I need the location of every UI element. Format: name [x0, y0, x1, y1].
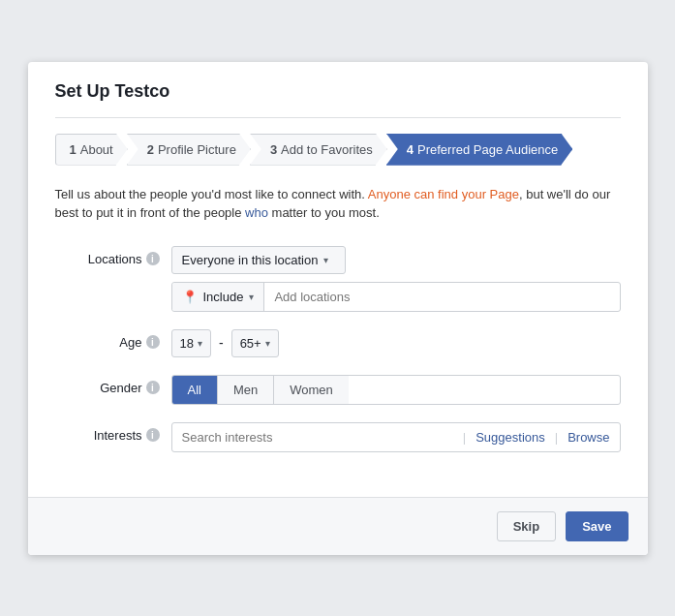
gender-control: All Men Women	[171, 375, 621, 405]
step-profile-label: Profile Picture	[158, 142, 236, 157]
step-preferred-audience[interactable]: 4 Preferred Page Audience	[386, 134, 573, 166]
age-max-chevron: ▾	[265, 338, 270, 349]
modal-body: Set Up Testco 1 About 2 Profile Picture …	[28, 62, 648, 497]
step-audience-number: 4	[407, 142, 414, 157]
location-dropdown[interactable]: Everyone in this location ▾	[171, 246, 346, 274]
interests-label: Interests i	[55, 422, 171, 443]
age-row: Age i 18 ▾ - 65+ ▾	[55, 329, 621, 357]
step-favorites-number: 3	[270, 142, 277, 157]
age-control: 18 ▾ - 65+ ▾	[171, 329, 621, 357]
step-favorites-label: Add to Favorites	[281, 142, 373, 157]
include-label: Include	[203, 290, 244, 304]
save-button[interactable]: Save	[566, 511, 628, 541]
location-chevron-icon: ▾	[323, 255, 328, 265]
locations-label: Locations i	[55, 246, 171, 266]
age-min-chevron: ▾	[198, 338, 202, 349]
locations-row: Locations i Everyone in this location ▾ …	[55, 246, 621, 312]
step-profile-picture[interactable]: 2 Profile Picture	[127, 134, 251, 166]
locations-control: Everyone in this location ▾ 📍 Include ▾	[171, 246, 621, 312]
include-button[interactable]: 📍 Include ▾	[172, 283, 265, 311]
interests-row: Interests i | Suggestions | Browse	[55, 422, 621, 452]
step-profile-number: 2	[147, 142, 154, 157]
age-min-dropdown[interactable]: 18 ▾	[171, 329, 211, 357]
step-about-label: About	[80, 142, 113, 157]
age-info-icon[interactable]: i	[146, 335, 160, 349]
gender-all-button[interactable]: All	[172, 376, 218, 404]
info-highlight-anyone: Anyone can find your Page	[368, 187, 519, 201]
gender-women-button[interactable]: Women	[274, 376, 349, 404]
gender-men-button[interactable]: Men	[218, 376, 274, 404]
gender-info-icon[interactable]: i	[146, 381, 160, 394]
modal-title: Set Up Testco	[55, 81, 621, 102]
interests-input[interactable]	[172, 423, 463, 451]
info-text: Tell us about the people you'd most like…	[55, 185, 621, 223]
gender-label: Gender i	[55, 375, 171, 395]
info-part3: matter to you most.	[268, 205, 380, 220]
info-highlight-who: who	[245, 205, 268, 220]
divider	[55, 117, 621, 118]
age-max-dropdown[interactable]: 65+ ▾	[231, 329, 279, 357]
setup-modal: Set Up Testco 1 About 2 Profile Picture …	[28, 62, 648, 555]
info-part1: Tell us about the people you'd most like…	[55, 187, 368, 201]
gender-row: Gender i All Men Women	[55, 375, 621, 405]
age-max-value: 65+	[240, 336, 261, 351]
gender-buttons: All Men Women	[171, 375, 621, 405]
add-locations-input[interactable]	[264, 283, 619, 311]
step-about-number: 1	[70, 142, 77, 157]
age-label: Age i	[55, 329, 171, 350]
pin-icon: 📍	[182, 290, 198, 304]
interests-field: | Suggestions | Browse	[171, 422, 621, 452]
steps-nav: 1 About 2 Profile Picture 3 Add to Favor…	[55, 134, 621, 166]
interests-browse-link[interactable]: Browse	[558, 423, 619, 451]
modal-footer: Skip Save	[28, 497, 648, 555]
locations-info-icon[interactable]: i	[146, 252, 160, 265]
step-audience-label: Preferred Page Audience	[417, 142, 558, 157]
include-row: 📍 Include ▾	[171, 282, 621, 312]
interests-control: | Suggestions | Browse	[171, 422, 621, 452]
step-about[interactable]: 1 About	[55, 134, 128, 166]
interests-info-icon[interactable]: i	[146, 428, 160, 442]
age-separator: -	[219, 335, 224, 351]
age-controls: 18 ▾ - 65+ ▾	[171, 329, 621, 357]
step-add-to-favorites[interactable]: 3 Add to Favorites	[250, 134, 387, 166]
include-chevron-icon: ▾	[249, 292, 254, 302]
interests-suggestions-link[interactable]: Suggestions	[466, 423, 555, 451]
skip-button[interactable]: Skip	[497, 511, 556, 541]
age-min-value: 18	[180, 336, 194, 351]
location-dropdown-value: Everyone in this location	[182, 253, 319, 267]
